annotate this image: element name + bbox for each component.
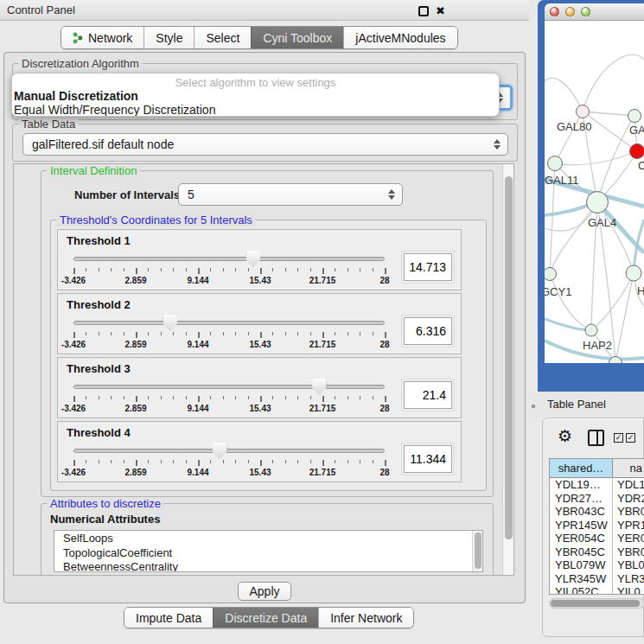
table-row[interactable]: YPR145WYPR1 (550, 519, 644, 532)
slider-tick (322, 268, 324, 274)
slider-thumb[interactable] (312, 379, 327, 395)
table-cell: YBR045C (550, 545, 613, 559)
apply-button[interactable]: Apply (238, 582, 291, 601)
threshold-panel: Threshold 3-3.4262.8599.14415.4321.71528 (57, 357, 462, 418)
threshold-panel: Threshold 4-3.4262.8599.14415.4321.71528 (57, 421, 462, 482)
network-node[interactable] (626, 265, 641, 281)
algorithm-option[interactable]: Equal Width/Frequency Discretization (12, 103, 499, 117)
table-row[interactable]: YBL079WYBL0 (550, 558, 644, 572)
slider-tick (111, 268, 112, 271)
table-row[interactable]: YLR345WYLR3 (550, 572, 644, 586)
table-row[interactable]: YER054CYER0 (550, 532, 644, 545)
table-cell: YDL19… (550, 478, 613, 492)
attribute-list-item[interactable]: SelfLoops (54, 531, 482, 545)
close-icon[interactable]: ✖ (436, 4, 445, 17)
interval-definition-title: Interval Definition (47, 164, 140, 177)
tab-cyni-toolbox[interactable]: Cyni Toolbox (251, 27, 343, 48)
table-row[interactable]: YDL19…YDL1 (550, 478, 644, 492)
threshold-value-field[interactable] (404, 381, 452, 409)
network-node[interactable] (548, 156, 563, 171)
slider-tick (161, 268, 162, 271)
threshold-slider[interactable]: -3.4262.8599.14415.4321.71528 (67, 441, 392, 477)
slider-tick (161, 332, 162, 335)
threshold-slider[interactable]: -3.4262.8599.14415.4321.71528 (67, 377, 392, 413)
threshold-value-field[interactable] (404, 445, 452, 473)
slider-tick-label: -3.426 (61, 404, 86, 413)
threshold-panel: Threshold 2-3.4262.8599.14415.4321.71528 (57, 293, 462, 354)
split-view-icon[interactable] (588, 430, 604, 446)
slider-tick (272, 396, 273, 399)
settings-scrollbar[interactable] (502, 164, 513, 575)
slider-tick-label: 28 (379, 340, 389, 349)
threshold-slider[interactable]: -3.4262.8599.14415.4321.71528 (67, 249, 392, 285)
slider-tick (198, 332, 200, 338)
network-node[interactable] (587, 192, 609, 214)
slider-thumb[interactable] (213, 443, 227, 459)
table-column-header[interactable]: shared… (550, 459, 613, 477)
checkbox-icon[interactable]: ✓ (614, 433, 623, 443)
tab-style[interactable]: Style (143, 27, 194, 48)
network-view-window[interactable]: GAL80GACGAL11GAL4GCY1HHAP2 (538, 0, 644, 392)
bottom-tab-discretize-data[interactable]: Discretize Data (213, 608, 318, 628)
table-row[interactable]: YIL052CYIL0 (550, 585, 644, 595)
slider-tick (235, 396, 236, 399)
attribute-list-item[interactable]: BetweennessCentrality (54, 559, 482, 572)
slider-tick (272, 268, 273, 271)
slider-tick (161, 460, 162, 463)
slider-tick (310, 396, 311, 399)
slider-tick (310, 268, 311, 271)
mac-minimize-icon[interactable] (565, 7, 575, 16)
slider-tick (360, 332, 360, 335)
slider-tick (297, 396, 298, 399)
gear-icon[interactable]: ⚙ (558, 426, 572, 446)
checkbox-icon[interactable]: ✓ (626, 433, 635, 443)
network-node[interactable] (545, 268, 557, 281)
table-row[interactable]: YBR045CYBR0 (550, 545, 644, 559)
slider-thumb[interactable] (245, 251, 260, 267)
bottom-tab-impute-data[interactable]: Impute Data (124, 608, 213, 628)
attributes-scrollbar-thumb[interactable] (475, 532, 481, 569)
table-cell: YBR0 (613, 505, 644, 519)
threshold-value-field[interactable] (404, 317, 452, 345)
attributes-scrollbar[interactable] (472, 531, 482, 571)
network-node[interactable] (630, 144, 644, 159)
threshold-value-field[interactable] (404, 253, 452, 281)
table-row[interactable]: YBR043CYBR0 (550, 505, 644, 519)
slider-tick-label: 2.859 (124, 404, 146, 413)
slider-tick (223, 268, 224, 271)
table-data-combo[interactable]: galFiltered.sif default node (22, 133, 508, 156)
network-node[interactable] (585, 324, 597, 336)
table-hscrollbar[interactable] (549, 598, 644, 609)
mac-close-icon[interactable] (550, 7, 559, 16)
network-canvas[interactable]: GAL80GACGAL11GAL4GCY1HHAP2 (545, 21, 644, 363)
slider-tick-label: 21.715 (309, 276, 336, 285)
slider-tick (173, 268, 174, 271)
slider-tick-label: 28 (379, 404, 389, 413)
number-of-intervals-value: 5 (188, 188, 194, 201)
slider-tick (373, 460, 373, 463)
slider-tick (198, 396, 200, 402)
attribute-list-item[interactable]: TopologicalCoefficient (54, 545, 482, 560)
algorithm-option[interactable]: Manual Discretization (12, 89, 499, 103)
table-cell: YBL0 (613, 558, 644, 572)
tab-network[interactable]: Network (61, 27, 143, 48)
settings-scrollbar-thumb[interactable] (505, 176, 513, 539)
number-of-intervals-combo[interactable]: 5 (178, 183, 403, 206)
network-node[interactable] (628, 110, 641, 123)
network-node[interactable] (577, 105, 590, 118)
slider-tick (148, 460, 149, 463)
panel-resize-handle[interactable] (532, 405, 535, 408)
mac-zoom-icon[interactable] (581, 7, 590, 16)
threshold-slider[interactable]: -3.4262.8599.14415.4321.71528 (67, 313, 392, 349)
slider-tick (373, 332, 373, 335)
slider-tick (285, 268, 286, 271)
float-window-icon[interactable] (418, 6, 429, 16)
tab-select[interactable]: Select (194, 27, 251, 48)
tab-jactivemnodules[interactable]: jActiveMNodules (343, 27, 456, 48)
slider-tick-label: -3.426 (61, 276, 86, 285)
table-hscrollbar-thumb[interactable] (551, 600, 640, 607)
slider-thumb[interactable] (163, 315, 177, 331)
table-column-header[interactable]: na (613, 459, 644, 477)
bottom-tab-infer-network[interactable]: Infer Network (318, 608, 413, 628)
table-row[interactable]: YDR27…YDR2 (550, 492, 644, 506)
